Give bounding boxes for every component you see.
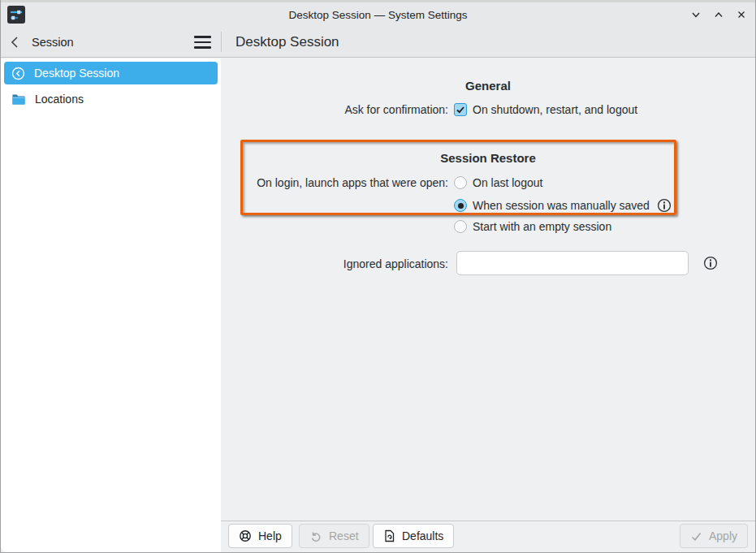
window-title: Desktop Session — System Settings <box>1 9 755 21</box>
radio-on-last-logout-label[interactable]: On last logout <box>473 176 542 189</box>
info-icon[interactable] <box>703 256 718 270</box>
confirmation-row: Ask for confirmation: On shutdown, resta… <box>221 103 637 116</box>
app-icon <box>7 6 25 24</box>
defaults-button[interactable]: Defaults <box>373 524 454 548</box>
apply-button-label: Apply <box>709 529 737 542</box>
ignored-applications-row: Ignored applications: <box>221 257 452 270</box>
header-separator <box>221 32 222 52</box>
general-heading: General <box>221 79 755 93</box>
content-pane: General Ask for confirmation: On shutdow… <box>221 58 755 552</box>
back-button[interactable]: Session <box>9 27 74 57</box>
ignored-applications-label: Ignored applications: <box>221 257 452 270</box>
system-settings-window: Desktop Session — System Settings Sessio… <box>0 0 756 553</box>
info-icon[interactable] <box>657 198 672 213</box>
confirmation-checkbox[interactable] <box>454 103 467 116</box>
settings-sliders-icon <box>7 6 25 24</box>
session-restore-option-row: When session was manually saved <box>221 198 672 213</box>
session-restore-heading: Session Restore <box>221 151 755 165</box>
reset-button-label: Reset <box>329 529 359 542</box>
confirmation-label: Ask for confirmation: <box>221 103 452 116</box>
login-launch-label: On login, launch apps that were open: <box>221 176 452 189</box>
session-restore-option-row: On login, launch apps that were open: On… <box>221 176 542 189</box>
folder-icon <box>11 93 26 106</box>
reset-button[interactable]: Reset <box>299 524 369 548</box>
close-icon[interactable] <box>734 7 749 22</box>
menu-icon[interactable] <box>194 32 215 52</box>
help-button[interactable]: Help <box>228 524 292 548</box>
reset-undo-icon <box>309 529 322 542</box>
radio-on-last-logout[interactable] <box>454 176 467 189</box>
defaults-button-label: Defaults <box>402 529 443 542</box>
header-bar: Session Desktop Session <box>1 27 755 58</box>
help-button-label: Help <box>258 529 282 542</box>
session-icon <box>11 67 25 80</box>
radio-manually-saved[interactable] <box>454 199 467 212</box>
titlebar: Desktop Session — System Settings <box>1 2 755 27</box>
ignored-applications-input[interactable] <box>456 251 689 275</box>
main-area: Desktop Session Locations General Ask fo… <box>1 58 755 552</box>
apply-check-icon <box>690 530 702 542</box>
back-chevron-icon <box>9 36 20 49</box>
apply-button[interactable]: Apply <box>680 524 748 548</box>
back-label: Session <box>32 36 74 49</box>
defaults-document-icon <box>383 529 395 542</box>
sidebar-item-desktop-session[interactable]: Desktop Session <box>4 62 218 84</box>
footer-bar: Help Reset Defaults <box>221 521 755 553</box>
session-restore-option-row: Start with an empty session <box>221 220 611 233</box>
radio-empty-session-label[interactable]: Start with an empty session <box>473 220 611 233</box>
radio-manually-saved-label[interactable]: When session was manually saved <box>473 199 650 212</box>
minimize-icon[interactable] <box>689 7 703 22</box>
help-lifebuoy-icon <box>239 529 252 542</box>
sidebar-item-locations[interactable]: Locations <box>4 88 218 110</box>
radio-empty-session[interactable] <box>454 220 467 233</box>
sidebar: Desktop Session Locations <box>1 58 221 552</box>
sidebar-item-label: Locations <box>35 93 84 106</box>
confirmation-option-label[interactable]: On shutdown, restart, and logout <box>473 103 637 116</box>
page-title: Desktop Session <box>235 27 339 57</box>
maximize-icon[interactable] <box>711 7 726 22</box>
sidebar-item-label: Desktop Session <box>34 67 119 80</box>
checkmark-icon <box>456 105 465 114</box>
window-controls <box>689 7 749 22</box>
